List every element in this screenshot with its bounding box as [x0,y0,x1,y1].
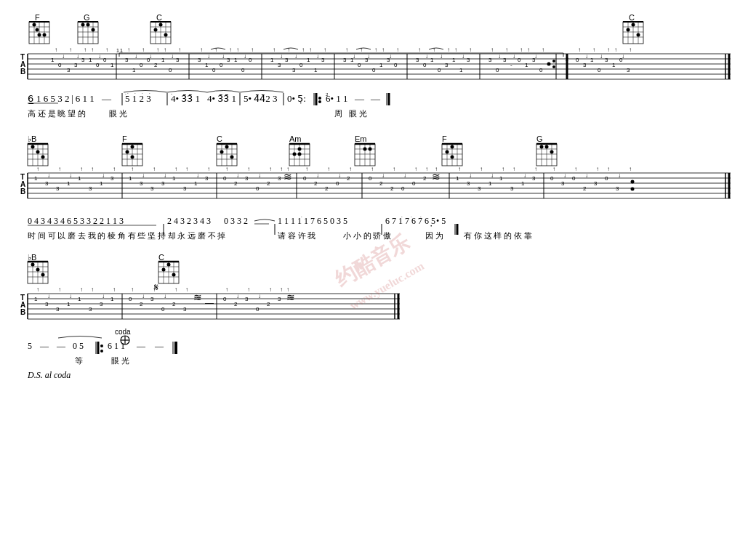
chord-F-1: F [29,13,49,44]
svg-text:↓: ↓ [469,172,472,179]
svg-text:0: 0 [412,180,416,187]
svg-text:↑: ↑ [280,166,283,172]
svg-text:↓: ↓ [403,172,406,179]
svg-text:3: 3 [140,180,143,187]
sheet-music: F G [15,7,741,533]
svg-text:1: 1 [78,175,81,182]
svg-text:0: 0 [256,306,260,313]
svg-point-443 [631,180,635,184]
svg-point-9 [36,28,39,32]
svg-point-288 [298,148,302,151]
svg-text:0: 0 [576,57,579,63]
svg-point-309 [451,145,454,149]
svg-text:1: 1 [110,62,114,68]
svg-text:1: 1 [116,48,119,53]
svg-text:2: 2 [325,185,329,192]
svg-text:3: 3 [478,185,481,192]
svg-text:3: 3 [510,185,514,192]
svg-text:3: 3 [56,306,60,313]
svg-text:↓: ↓ [47,293,50,299]
svg-point-444 [631,188,635,191]
svg-text:C: C [629,13,635,22]
svg-text:↑: ↑ [113,286,116,293]
svg-text:0: 0 [358,62,361,68]
svg-text:D.S. al coda: D.S. al coda [27,370,71,380]
svg-text:0: 0 [303,175,307,182]
svg-text:0: 0 [496,67,499,73]
svg-text:3: 3 [583,62,587,68]
svg-point-488 [167,263,171,267]
svg-text:1 1 1 1 1 7 6 5 0 3 5: 1 1 1 1 1 7 6 5 0 3 5 [278,216,347,226]
svg-text:0: 0 [223,175,227,182]
svg-point-311 [451,156,454,159]
svg-text:↑: ↑ [58,166,61,172]
svg-text:↑: ↑ [164,47,166,53]
svg-text:·: · [301,214,302,220]
svg-text:1 6 5 3 2: 1 6 5 3 2 [36,93,70,104]
svg-text:↑: ↑ [323,47,326,53]
svg-text:↑: ↑ [512,166,515,172]
svg-text:3: 3 [89,185,92,192]
svg-text:↓: ↓ [142,293,145,299]
svg-text:↑: ↑ [527,47,530,53]
svg-text:1: 1 [51,57,55,63]
svg-point-320 [540,145,544,149]
svg-text:↑: ↑ [80,166,83,172]
svg-point-477 [36,268,40,272]
svg-point-310 [446,150,449,154]
svg-point-230 [318,100,321,103]
svg-text:↑: ↑ [491,47,494,53]
svg-text:3: 3 [245,175,249,182]
svg-text:♭B: ♭B [28,134,36,143]
svg-text:1: 1 [205,62,209,68]
svg-text:↑: ↑ [131,286,134,293]
svg-point-476 [31,263,35,267]
svg-text:↓: ↓ [102,172,105,179]
svg-point-322 [550,150,554,154]
svg-text:1: 1 [521,180,525,187]
svg-text:1: 1 [270,57,274,63]
svg-text:↓: ↓ [236,293,239,299]
svg-point-46 [627,28,630,32]
svg-text:0: 0 [140,62,143,68]
svg-text:↑: ↑ [458,166,461,172]
notation-section-3: 5 — — coda 0 5 6 1 1 — [27,328,176,380]
svg-text:≋: ≋ [286,291,295,303]
svg-text:↑: ↑ [156,47,159,53]
svg-text:3: 3 [278,62,281,68]
svg-text:↑: ↑ [251,47,254,53]
svg-text:0: 0 [249,57,252,63]
svg-text:·: · [411,214,412,220]
svg-point-255 [31,145,35,149]
svg-point-10 [38,33,41,37]
svg-text:0: 0 [394,62,398,68]
svg-text:3: 3 [150,296,154,302]
svg-text:3: 3 [365,57,369,63]
svg-text:2: 2 [234,180,238,187]
svg-text:↓: ↓ [600,53,603,60]
svg-text:↑: ↑ [374,47,377,53]
svg-text:3: 3 [45,180,49,187]
svg-text:·: · [401,214,403,220]
svg-point-257 [41,156,45,159]
svg-text:3: 3 [532,57,536,63]
svg-text:1: 1 [430,57,434,63]
svg-text:3: 3 [292,67,296,73]
svg-text:0: 0 [598,67,601,73]
svg-text:F: F [35,13,40,22]
svg-text:1: 1 [307,57,310,63]
svg-text:0: 0 [619,57,623,63]
svg-text:—: — [136,341,146,351]
svg-text:↑: ↑ [113,166,116,172]
svg-point-289 [293,153,297,156]
svg-text:↓: ↓ [382,172,385,179]
svg-text:↑: ↑ [142,47,145,53]
svg-point-205 [552,65,555,68]
svg-text:↓: ↓ [618,172,621,179]
svg-text:↑: ↑ [454,47,457,53]
svg-point-290 [298,153,302,156]
svg-text:↑: ↑ [200,47,203,53]
svg-text:↓: ↓ [258,172,261,179]
svg-text:3: 3 [74,62,78,68]
svg-text:↑: ↑ [174,166,177,172]
